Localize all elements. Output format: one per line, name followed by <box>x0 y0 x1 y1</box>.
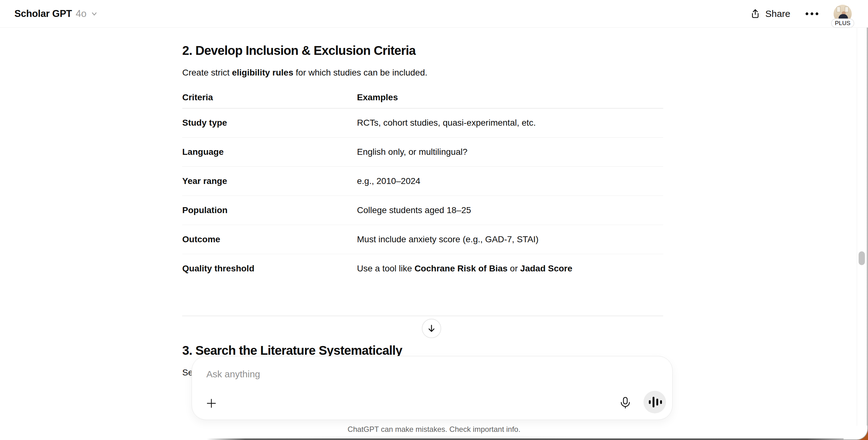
example-cell: RCTs, cohort studies, quasi-experimental… <box>357 109 663 138</box>
criteria-cell: Language <box>182 138 357 167</box>
table-row: Outcome Must include anxiety score (e.g.… <box>182 225 663 254</box>
table-header-row: Criteria Examples <box>182 87 663 109</box>
composer <box>192 356 673 420</box>
avatar-photo-detail <box>845 7 848 12</box>
message-divider <box>182 316 663 316</box>
example-cell: Use a tool like Cochrane Risk of Bias or… <box>357 254 663 283</box>
app-name: Scholar GPT <box>14 8 72 20</box>
chevron-down-icon <box>90 10 98 18</box>
plus-badge: PLUS <box>831 19 854 28</box>
scrollbar-thumb[interactable] <box>859 251 865 265</box>
table-row: Language English only, or multilingual? <box>182 138 663 167</box>
footer-disclaimer: ChatGPT can make mistakes. Check importa… <box>0 425 868 434</box>
header-bar: Scholar GPT 4o Share <box>0 0 868 28</box>
down-arrow-icon <box>427 324 436 333</box>
section2-intro: Create strict eligibility rules for whic… <box>182 66 663 79</box>
criteria-column-header: Criteria <box>182 87 357 109</box>
criteria-cell: Outcome <box>182 225 357 254</box>
scroll-to-bottom-button[interactable] <box>422 319 441 338</box>
avatar-photo-detail <box>837 7 840 12</box>
example-cell: English only, or multilingual? <box>357 138 663 167</box>
window-right-edge <box>866 0 868 426</box>
share-icon <box>750 8 761 20</box>
gpt-title-button[interactable]: Scholar GPT 4o <box>12 8 98 20</box>
criteria-cell: Quality threshold <box>182 254 357 283</box>
model-name: 4o <box>76 8 86 20</box>
share-button[interactable]: Share <box>750 8 790 20</box>
dock-top-edge <box>207 438 845 440</box>
examples-column-header: Examples <box>357 87 663 109</box>
more-options-button[interactable] <box>805 11 819 16</box>
criteria-cell: Study type <box>182 109 357 138</box>
ellipsis-icon <box>805 11 819 16</box>
share-label: Share <box>765 8 790 19</box>
plus-icon <box>206 398 217 409</box>
table-row: Year range e.g., 2010–2024 <box>182 167 663 196</box>
table-row: Population College students aged 18–25 <box>182 196 663 225</box>
dictation-button[interactable] <box>617 394 633 411</box>
ask-anything-input[interactable] <box>206 366 645 383</box>
example-cell: e.g., 2010–2024 <box>357 167 663 196</box>
criteria-cell: Year range <box>182 167 357 196</box>
example-cell: Must include anxiety score (e.g., GAD-7,… <box>357 225 663 254</box>
attach-button[interactable] <box>203 395 219 411</box>
table-row: Study type RCTs, cohort studies, quasi-e… <box>182 109 663 138</box>
criteria-table: Criteria Examples Study type RCTs, cohor… <box>182 87 663 283</box>
voice-mode-button[interactable] <box>644 391 666 413</box>
account-menu[interactable]: PLUS <box>834 5 852 23</box>
example-cell: College students aged 18–25 <box>357 196 663 225</box>
table-row: Quality threshold Use a tool like Cochra… <box>182 254 663 283</box>
section2-heading: 2. Develop Inclusion & Exclusion Criteri… <box>182 43 663 58</box>
criteria-cell: Population <box>182 196 357 225</box>
header-actions: Share PLUS <box>750 5 856 23</box>
criteria-table-body: Study type RCTs, cohort studies, quasi-e… <box>182 109 663 283</box>
section3-heading: 3. Search the Literature Systematically <box>182 343 663 358</box>
mic-icon <box>619 396 632 409</box>
voice-waveform-icon <box>648 396 662 408</box>
